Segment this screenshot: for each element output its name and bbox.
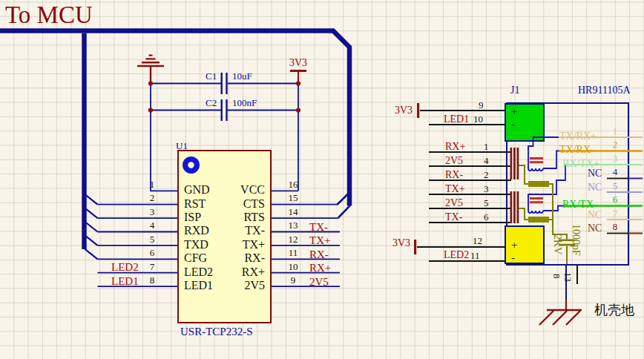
- rj45-pin-number: 6: [610, 194, 620, 204]
- j1-pin-number: 2: [484, 170, 489, 180]
- u1-pin-name: CTS: [224, 198, 265, 210]
- power-port-3v3: 3V3: [288, 58, 309, 68]
- j1-pin-number: 9: [479, 100, 484, 110]
- net-label[interactable]: RX+: [445, 142, 465, 152]
- u1-part-number: USR-TCP232-S: [180, 326, 253, 337]
- u1-pin-name: RX+: [224, 266, 265, 278]
- u1-pin-number: 13: [286, 220, 300, 230]
- power-bar-3v3-top[interactable]: [290, 71, 306, 84]
- rj45-nc-label: NC: [588, 223, 602, 234]
- net-label[interactable]: RX-: [309, 249, 329, 260]
- j1-transformer-primary: [510, 148, 519, 223]
- rj45-nc-label: NC: [588, 210, 602, 220]
- u1-pin-number: 12: [286, 234, 300, 244]
- u1-pin-name: RTS: [224, 211, 265, 223]
- u1-pin-name: TXD: [184, 239, 208, 251]
- u1-pin-name: LED2: [184, 266, 213, 278]
- rj45-nc-label: NC: [588, 182, 602, 193]
- schematic-graphics: [0, 0, 644, 359]
- capacitor-c1[interactable]: [221, 73, 228, 94]
- u1-pin-name: RXD: [184, 225, 209, 237]
- u1-pin-number: 7: [147, 262, 157, 271]
- rj45-pin-number: 4: [610, 167, 620, 177]
- u1-pin-number: 4: [147, 220, 157, 230]
- rj45-pin-number: 7: [610, 208, 620, 218]
- rj45-pair-label: RX/TX-: [562, 200, 597, 210]
- j1-pin-number: 10: [473, 114, 483, 124]
- chassis-ground-label: 机壳地: [594, 303, 634, 317]
- j1-pin-number: 5: [484, 198, 489, 208]
- chassis-ground-symbol[interactable]: [539, 310, 582, 325]
- net-label[interactable]: 2V5: [309, 277, 329, 288]
- net-label[interactable]: TX-: [445, 212, 462, 223]
- u1-pin-name: TX-: [224, 225, 265, 237]
- u1-pin-name: VCC: [224, 184, 265, 196]
- j1-pin-number: 6: [484, 212, 489, 222]
- u1-pin-name: TX+: [224, 239, 265, 251]
- j1-shield-pin-number: 13: [563, 272, 573, 282]
- u1-pin-number: 6: [147, 248, 157, 257]
- net-label[interactable]: LED2: [444, 250, 469, 260]
- power-port-3v3: 3V3: [395, 105, 413, 116]
- rj45-pair-label: TX/RX+: [559, 131, 597, 142]
- j1-shield-pin-number: 8: [552, 274, 562, 279]
- c2-value: 100nF: [232, 98, 257, 108]
- schematic-canvas: To MCU C1 10uF C2 100nF 3V3 U1 USR-TCP23…: [0, 0, 644, 359]
- net-label[interactable]: RX-: [445, 170, 463, 180]
- esd-cap-value: 1000pF: [571, 224, 581, 256]
- u1-chip-body[interactable]: [178, 151, 271, 323]
- u1-pin-number: 14: [286, 207, 300, 217]
- net-label[interactable]: LED1: [444, 114, 469, 125]
- c1-value: 10uF: [232, 71, 252, 81]
- rj45-pin-number: 3: [610, 154, 620, 163]
- esd-cap-rating: 2KV: [552, 234, 562, 254]
- led-plus-mark: +: [511, 240, 517, 251]
- u1-pin-number: 3: [147, 207, 157, 217]
- j1-pin-number: 1: [484, 142, 489, 151]
- c2-designator: C2: [206, 98, 217, 108]
- c1-designator: C1: [206, 71, 217, 81]
- j1-pin-number: 12: [473, 236, 482, 246]
- u1-pin-name: CFG: [184, 252, 207, 264]
- u1-pin-number: 16: [286, 180, 300, 189]
- capacitor-c2[interactable]: [221, 99, 228, 121]
- rj45-pair-label: TX/RX-: [559, 145, 594, 155]
- u1-pin-number: 10: [286, 262, 300, 271]
- u1-pin-number: 5: [147, 234, 157, 244]
- u1-pin-number: 8: [147, 275, 157, 285]
- net-label[interactable]: TX+: [309, 235, 330, 246]
- termination-resistor: [528, 217, 549, 223]
- rj45-pin-number: 8: [610, 222, 620, 231]
- net-label[interactable]: LED2: [111, 262, 139, 273]
- u1-pin-name: RX-: [224, 252, 265, 264]
- power-port-3v3: 3V3: [392, 238, 410, 248]
- u1-pin-number: 1: [147, 180, 157, 189]
- led-plus-mark: +: [511, 106, 517, 117]
- j1-part-number: HR911105A: [578, 85, 631, 96]
- earth-ground-symbol[interactable]: [137, 56, 164, 84]
- led-minus-mark: -: [511, 252, 515, 263]
- u1-pin-number: 9: [286, 275, 300, 285]
- rj45-pin-number: 5: [610, 181, 620, 191]
- rj45-nc-label: NC: [588, 168, 602, 179]
- termination-resistor: [528, 181, 549, 187]
- net-label[interactable]: RX+: [309, 263, 331, 274]
- u1-pin-number: 15: [286, 193, 300, 202]
- net-label[interactable]: LED1: [111, 276, 139, 287]
- j1-designator: J1: [510, 85, 519, 96]
- net-label[interactable]: TX-: [309, 222, 328, 233]
- net-label[interactable]: 2V5: [445, 156, 463, 166]
- rj45-pin-number: 1: [610, 126, 620, 136]
- led-minus-mark: -: [511, 119, 515, 130]
- sheet-title: To MCU: [5, 3, 93, 27]
- u1-pin-name: RST: [184, 198, 206, 210]
- power-bar-3v3-j1[interactable]: [414, 103, 419, 254]
- net-label[interactable]: 2V5: [445, 198, 463, 208]
- j1-pin-number: 4: [484, 156, 489, 165]
- net-label[interactable]: TX+: [445, 184, 465, 194]
- u1-pin-name: GND: [184, 184, 210, 196]
- j1-pin-number: 3: [484, 184, 489, 194]
- u1-pin-name: LED1: [184, 280, 213, 292]
- junction-dots: [148, 81, 300, 112]
- u1-designator: U1: [176, 141, 188, 151]
